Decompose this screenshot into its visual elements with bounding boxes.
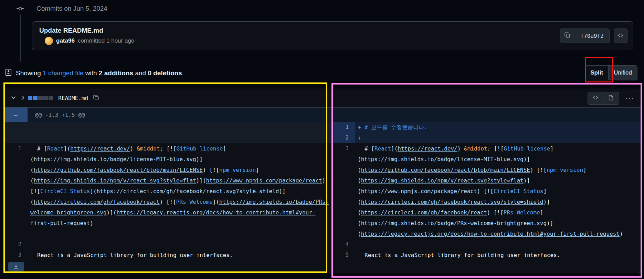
summary-period: . — [182, 69, 184, 77]
unified-view-button[interactable]: Unified — [609, 66, 637, 80]
commit-actions: f70a9f2 — [560, 29, 627, 43]
summary-and: and — [133, 69, 148, 77]
code-line — [28, 239, 332, 250]
diff-stat-square — [28, 96, 32, 100]
additions-count: 2 additions — [99, 69, 133, 77]
line-number[interactable]: 1 — [4, 143, 28, 239]
diff-view-buttons — [588, 92, 619, 105]
diff-file-header-right: ⋯ — [588, 92, 635, 105]
commit-card: Update README.md gata96 committed 1 hour… — [32, 21, 633, 50]
unfold-down-icon — [13, 264, 19, 269]
commit-action-text: committed 1 hour ago — [78, 37, 134, 44]
code-line — [28, 133, 332, 143]
code-line: React is a JavaScript library for buildi… — [28, 250, 332, 260]
file-diff-icon — [5, 69, 12, 78]
commit-author-link[interactable]: gata96 — [56, 37, 75, 44]
expand-hunk-button[interactable]: ⋯ — [4, 108, 28, 122]
code-line: # [React](https://react.dev/) &middot; [… — [28, 143, 332, 239]
diff-stat-squares — [28, 96, 53, 100]
line-number[interactable]: 1 — [332, 122, 355, 133]
commit-meta: gata96 committed 1 hour ago — [45, 37, 134, 45]
diff-file-header: 2 README.md — [4, 89, 641, 108]
changed-files-link[interactable]: 1 changed file — [43, 69, 83, 77]
expand-row-filler — [28, 260, 641, 273]
added-code-line: +# 코드를 수정했습니다. — [355, 122, 641, 133]
summary-with: with — [84, 69, 99, 77]
diff-stat-square — [49, 96, 53, 100]
split-view-button[interactable]: Split — [585, 66, 609, 80]
commits-date-heading: Commits on Jun 5, 2024 — [36, 5, 107, 12]
line-number[interactable]: 2 — [4, 239, 28, 250]
browse-code-button[interactable] — [614, 29, 627, 43]
diff-stat-square — [43, 96, 48, 100]
line-number[interactable]: 3 — [332, 143, 355, 239]
summary-showing: Showing — [16, 69, 43, 77]
line-number[interactable]: 3 — [4, 250, 28, 260]
view-toggle: Split Unified — [585, 65, 637, 80]
commit-title-link[interactable]: Update README.md — [39, 27, 134, 34]
line-number — [4, 122, 28, 133]
diff-file-header-left: 2 README.md — [9, 94, 99, 102]
commit-info: Update README.md gata96 committed 1 hour… — [39, 27, 134, 45]
expand-cell — [4, 260, 28, 273]
more-options-button[interactable]: ⋯ — [624, 94, 635, 102]
commit-sha-button[interactable]: f70a9f2 — [575, 29, 610, 43]
diff-table: ⋯@@ -1,3 +1,5 @@1+# 코드를 수정했습니다.2+1# [Rea… — [4, 108, 641, 273]
timeline-line — [20, 14, 21, 62]
code-line — [355, 239, 641, 250]
display-rich-diff-button[interactable] — [588, 92, 603, 105]
avatar[interactable] — [45, 37, 53, 45]
git-commit-icon — [17, 5, 24, 12]
copy-icon — [93, 95, 99, 102]
code-icon — [617, 32, 624, 40]
diff-stat-square — [33, 96, 38, 100]
line-number — [4, 133, 28, 143]
line-number[interactable]: 4 — [332, 239, 355, 250]
copy-sha-button[interactable] — [560, 29, 575, 43]
added-code-line: + — [355, 133, 641, 143]
chevron-down-icon — [10, 94, 17, 102]
diff-summary-text: Showing 1 changed file with 2 additions … — [16, 69, 184, 77]
commit-sha-group: f70a9f2 — [560, 29, 610, 43]
copy-path-button[interactable] — [93, 95, 99, 102]
diff-stat-square — [38, 96, 43, 100]
expand-down-button[interactable] — [8, 262, 24, 271]
line-number[interactable]: 5 — [332, 250, 355, 260]
copy-icon — [564, 32, 570, 39]
file-icon — [608, 95, 614, 102]
view-file-button[interactable] — [603, 92, 619, 105]
code-line: # [React](https://react.dev/) &middot; [… — [355, 143, 641, 239]
file-name-link[interactable]: README.md — [58, 95, 88, 101]
code-line: React is a JavaScript library for buildi… — [355, 250, 641, 260]
changed-lines-count: 2 — [21, 95, 24, 101]
line-number[interactable]: 2 — [332, 133, 355, 143]
code-line — [28, 122, 332, 133]
collapse-file-chevron[interactable] — [9, 94, 18, 102]
diff-summary: Showing 1 changed file with 2 additions … — [5, 69, 644, 78]
code-icon — [592, 94, 599, 102]
commit-diff-page: Commits on Jun 5, 2024 Update README.md … — [0, 0, 644, 279]
deletions-count: 0 deletions — [148, 69, 182, 77]
file-diff-panel: 2 README.md — [4, 89, 641, 273]
hunk-header: @@ -1,3 +1,5 @@ — [28, 108, 641, 122]
timeline-header: Commits on Jun 5, 2024 — [0, 0, 644, 13]
